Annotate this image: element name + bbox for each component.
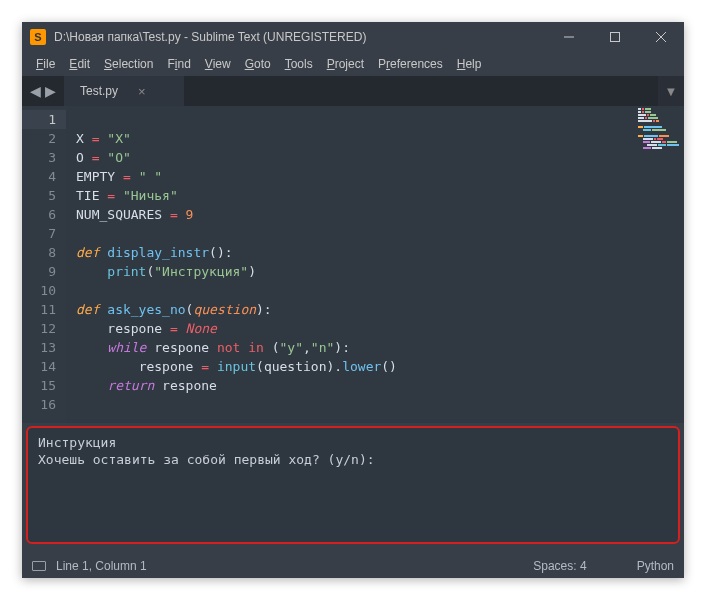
app-window: S D:\Новая папка\Test.py - Sublime Text …: [22, 22, 684, 578]
line-number: 16: [22, 395, 66, 414]
panel-switcher-icon[interactable]: [32, 561, 46, 571]
line-number: 9: [22, 262, 66, 281]
code-line: [76, 224, 636, 243]
line-number: 14: [22, 357, 66, 376]
svg-rect-1: [611, 33, 620, 42]
minimap[interactable]: [636, 106, 684, 423]
console-wrap: ИнструкцияХочешь оставить за собой первы…: [22, 423, 684, 554]
menu-find[interactable]: Find: [161, 55, 196, 73]
line-number: 7: [22, 224, 66, 243]
code-line: [76, 110, 636, 129]
code-line: NUM_SQUARES = 9: [76, 205, 636, 224]
code-line: EMPTY = " ": [76, 167, 636, 186]
line-number: 5: [22, 186, 66, 205]
line-number: 13: [22, 338, 66, 357]
console-line: Инструкция: [38, 434, 668, 451]
menu-view[interactable]: View: [199, 55, 237, 73]
status-position[interactable]: Line 1, Column 1: [56, 559, 147, 573]
status-indentation[interactable]: Spaces: 4: [533, 559, 586, 573]
code-line: respone = None: [76, 319, 636, 338]
tabbar-dropdown-icon[interactable]: ▼: [658, 76, 684, 106]
line-number-gutter: 1 2 3 4 5 6 7 8 9 10 11 12 13 14 15 16: [22, 106, 66, 423]
minimap-content: [638, 108, 682, 150]
menu-selection[interactable]: Selection: [98, 55, 159, 73]
console-line: Хочешь оставить за собой первый ход? (y/…: [38, 451, 668, 468]
tab-label: Test.py: [80, 84, 118, 98]
editor-area: 1 2 3 4 5 6 7 8 9 10 11 12 13 14 15 16 X…: [22, 106, 684, 423]
nav-forward-icon[interactable]: ▶: [45, 83, 56, 99]
code-line: O = "O": [76, 148, 636, 167]
line-number: 3: [22, 148, 66, 167]
nav-buttons: ◀ ▶: [22, 76, 64, 106]
build-output-panel[interactable]: ИнструкцияХочешь оставить за собой первы…: [26, 426, 680, 544]
code-line: [76, 281, 636, 300]
menubar: File Edit Selection Find View Goto Tools…: [22, 52, 684, 76]
menu-preferences[interactable]: Preferences: [372, 55, 449, 73]
close-button[interactable]: [638, 22, 684, 52]
menu-help[interactable]: Help: [451, 55, 488, 73]
code-line: X = "X": [76, 129, 636, 148]
window-title: D:\Новая папка\Test.py - Sublime Text (U…: [54, 30, 546, 44]
tab-close-icon[interactable]: ×: [138, 84, 146, 99]
tab-test-py[interactable]: Test.py ×: [64, 76, 184, 106]
code-line: def ask_yes_no(question):: [76, 300, 636, 319]
statusbar: Line 1, Column 1 Spaces: 4 Python: [22, 554, 684, 578]
menu-project[interactable]: Project: [321, 55, 370, 73]
line-number: 8: [22, 243, 66, 262]
line-number: 6: [22, 205, 66, 224]
menu-edit[interactable]: Edit: [63, 55, 96, 73]
menu-file[interactable]: File: [30, 55, 61, 73]
line-number: 12: [22, 319, 66, 338]
titlebar: S D:\Новая папка\Test.py - Sublime Text …: [22, 22, 684, 52]
code-line: def display_instr():: [76, 243, 636, 262]
line-number: 10: [22, 281, 66, 300]
line-number: 11: [22, 300, 66, 319]
minimize-button[interactable]: [546, 22, 592, 52]
code-line: respone = input(question).lower(): [76, 357, 636, 376]
app-icon: S: [30, 29, 46, 45]
code-line: TIE = "Ничья": [76, 186, 636, 205]
line-number: 15: [22, 376, 66, 395]
code-line: while respone not in ("y","n"):: [76, 338, 636, 357]
code-line: return respone: [76, 376, 636, 395]
menu-tools[interactable]: Tools: [279, 55, 319, 73]
tabbar: ◀ ▶ Test.py × ▼: [22, 76, 684, 106]
line-number: 4: [22, 167, 66, 186]
nav-back-icon[interactable]: ◀: [30, 83, 41, 99]
line-number: 2: [22, 129, 66, 148]
tabbar-spacer: [184, 76, 658, 106]
code-line: print("Инструкция"): [76, 262, 636, 281]
window-controls: [546, 22, 684, 52]
code-content[interactable]: X = "X"O = "O"EMPTY = " "TIE = "Ничья"NU…: [66, 106, 636, 423]
line-number: 1: [22, 110, 66, 129]
menu-goto[interactable]: Goto: [239, 55, 277, 73]
maximize-button[interactable]: [592, 22, 638, 52]
status-syntax[interactable]: Python: [637, 559, 674, 573]
